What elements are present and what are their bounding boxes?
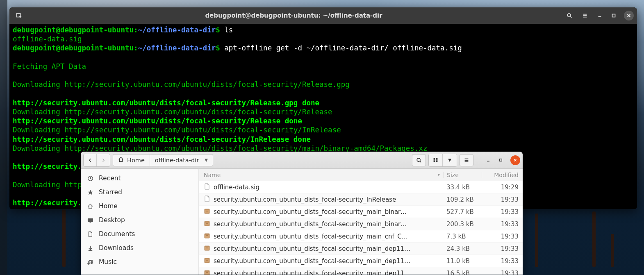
file-name: security.ubuntu.com_ubuntu_dists_focal-s… bbox=[214, 270, 410, 275]
svg-rect-35 bbox=[207, 211, 208, 211]
file-size: 24.3 kB bbox=[443, 245, 482, 252]
file-size: 11.0 kB bbox=[443, 257, 482, 265]
sidebar-item-desktop[interactable]: Desktop bbox=[81, 213, 198, 227]
view-grid-button[interactable] bbox=[429, 154, 443, 166]
path-home-label: Home bbox=[127, 157, 145, 164]
file-modified: 19:33 bbox=[482, 257, 523, 265]
svg-marker-26 bbox=[87, 189, 93, 195]
svg-line-4 bbox=[570, 16, 571, 18]
sidebar-item-label: Music bbox=[99, 258, 117, 266]
file-modified: 19:33 bbox=[482, 270, 523, 275]
file-name: security.ubuntu.com_ubuntu_dists_focal-s… bbox=[214, 220, 407, 228]
file-modified: 19:33 bbox=[482, 245, 523, 252]
search-button[interactable] bbox=[412, 154, 426, 166]
ls-output: offline-data.sig bbox=[13, 35, 82, 43]
sidebar-item-recent[interactable]: Recent bbox=[81, 171, 198, 185]
svg-point-31 bbox=[88, 263, 89, 264]
file-row[interactable]: security.ubuntu.com_ubuntu_dists_focal-s… bbox=[199, 230, 523, 243]
column-name[interactable]: Name▾ bbox=[199, 172, 443, 178]
column-modified[interactable]: Modified bbox=[482, 172, 523, 178]
download-line: Downloading http://security.ubuntu.com/u… bbox=[13, 126, 341, 134]
file-row[interactable]: security.ubuntu.com_ubuntu_dists_focal-s… bbox=[199, 243, 523, 255]
clock-icon bbox=[86, 175, 94, 182]
minimize-button[interactable] bbox=[483, 154, 493, 166]
documents-icon bbox=[86, 231, 94, 237]
file-row[interactable]: security.ubuntu.com_ubuntu_dists_focal-s… bbox=[199, 267, 523, 275]
maximize-button[interactable] bbox=[608, 9, 620, 22]
svg-rect-46 bbox=[205, 258, 209, 259]
archive-icon bbox=[204, 245, 210, 253]
svg-rect-37 bbox=[205, 221, 209, 223]
download-line: Downloading http bbox=[13, 181, 82, 189]
done-line: http://security. bbox=[13, 199, 82, 207]
svg-rect-41 bbox=[207, 235, 208, 236]
svg-rect-47 bbox=[207, 260, 208, 261]
prompt-user: debugpoint@debugpoint-ubuntu bbox=[13, 26, 134, 34]
path-home-button[interactable]: Home bbox=[113, 155, 150, 166]
file-row[interactable]: security.ubuntu.com_ubuntu_dists_focal-s… bbox=[199, 255, 523, 267]
hamburger-menu-button[interactable] bbox=[578, 9, 592, 22]
file-manager-window: Home offline-data-dir ▼ ▼ bbox=[81, 152, 523, 275]
svg-rect-22 bbox=[499, 159, 502, 161]
sidebar-item-music[interactable]: Music bbox=[81, 255, 198, 269]
close-button[interactable] bbox=[510, 155, 520, 165]
chevron-down-icon: ▼ bbox=[448, 158, 451, 162]
terminal-title: debugpoint@debugpoint-ubuntu: ~/offline-… bbox=[25, 12, 562, 19]
sidebar-item-home[interactable]: Home bbox=[81, 199, 198, 213]
file-row[interactable]: security.ubuntu.com_ubuntu_dists_focal-s… bbox=[199, 218, 523, 230]
search-button[interactable] bbox=[562, 9, 576, 22]
svg-rect-9 bbox=[612, 14, 615, 17]
file-size: 16.5 kB bbox=[443, 270, 482, 275]
file-size: 200.3 kB bbox=[443, 220, 482, 228]
sidebar: RecentStarredHomeDesktopDocumentsDownloa… bbox=[81, 169, 199, 275]
desktop-dock bbox=[0, 0, 7, 275]
chevron-down-icon: ▼ bbox=[205, 158, 208, 162]
file-modified: 19:33 bbox=[482, 208, 523, 216]
view-options-button[interactable]: ▼ bbox=[443, 154, 457, 166]
svg-rect-44 bbox=[207, 248, 208, 248]
file-row[interactable]: offline-data.sig33.4 kB19:29 bbox=[199, 181, 523, 193]
svg-point-32 bbox=[91, 262, 93, 264]
sidebar-item-documents[interactable]: Documents bbox=[81, 227, 198, 241]
path-dir-button[interactable]: offline-data-dir ▼ bbox=[150, 155, 213, 166]
svg-point-12 bbox=[417, 158, 420, 161]
column-headers: Name▾ Size Modified bbox=[199, 169, 523, 181]
star-icon bbox=[86, 189, 94, 195]
done-line: http://security.ubuntu.com/ubuntu/dists/… bbox=[13, 117, 302, 125]
sidebar-item-starred[interactable]: Starred bbox=[81, 185, 198, 199]
archive-icon bbox=[204, 232, 210, 241]
file-modified: 19:33 bbox=[482, 220, 523, 228]
maximize-button[interactable] bbox=[496, 154, 505, 166]
done-line: http://security.ubuntu.com/ubuntu/dists/… bbox=[13, 135, 311, 143]
hamburger-menu-button[interactable] bbox=[460, 154, 473, 166]
new-tab-button[interactable] bbox=[13, 9, 25, 22]
sidebar-item-label: Desktop bbox=[99, 216, 125, 224]
svg-rect-43 bbox=[205, 246, 209, 247]
file-size: 7.3 kB bbox=[443, 233, 482, 240]
file-modified: 19:33 bbox=[482, 196, 523, 203]
downloads-icon bbox=[86, 245, 94, 251]
file-row[interactable]: security.ubuntu.com_ubuntu_dists_focal-s… bbox=[199, 193, 523, 206]
file-row[interactable]: security.ubuntu.com_ubuntu_dists_focal-s… bbox=[199, 206, 523, 218]
svg-rect-15 bbox=[436, 158, 437, 160]
command-ls: ls bbox=[220, 26, 233, 34]
back-button[interactable] bbox=[84, 154, 97, 166]
music-icon bbox=[86, 259, 94, 265]
download-line: Downloading http://security.ubuntu.com/u… bbox=[13, 80, 350, 89]
sidebar-item-downloads[interactable]: Downloads bbox=[81, 241, 198, 255]
file-name: security.ubuntu.com_ubuntu_dists_focal-s… bbox=[214, 257, 410, 265]
sidebar-item-label: Downloads bbox=[99, 244, 134, 252]
command-apt-offline: apt-offline get -d ~/offline-data-dir/ o… bbox=[220, 44, 462, 52]
done-line: http://security.ubuntu.com/ubuntu/dists/… bbox=[13, 99, 319, 107]
close-button[interactable] bbox=[624, 11, 634, 20]
download-line: Downloading http://security.ubuntu.com/u… bbox=[13, 144, 427, 152]
svg-rect-16 bbox=[434, 160, 435, 162]
forward-button[interactable] bbox=[97, 154, 110, 166]
sidebar-item-label: Documents bbox=[99, 230, 135, 238]
terminal-titlebar[interactable]: debugpoint@debugpoint-ubuntu: ~/offline-… bbox=[9, 7, 637, 24]
file-size: 109.2 kB bbox=[443, 196, 482, 203]
svg-rect-17 bbox=[436, 160, 437, 162]
minimize-button[interactable] bbox=[594, 9, 606, 22]
column-size[interactable]: Size bbox=[443, 172, 482, 178]
file-size: 33.4 kB bbox=[443, 184, 482, 191]
